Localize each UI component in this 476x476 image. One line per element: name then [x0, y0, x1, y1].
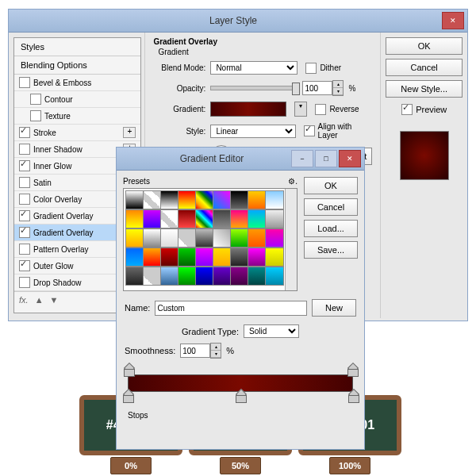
effect-checkbox[interactable] [19, 244, 30, 255]
preset-swatch[interactable] [195, 190, 214, 209]
add-icon[interactable]: + [123, 127, 136, 138]
opacity-stop-right[interactable] [347, 364, 357, 375]
ge-minimize-button[interactable]: − [291, 150, 313, 167]
presets-scrollbar[interactable] [285, 189, 297, 290]
gear-icon[interactable]: ⚙. [288, 177, 298, 186]
opacity-slider[interactable] [210, 86, 298, 90]
preset-swatch[interactable] [230, 190, 249, 209]
preset-swatch[interactable] [160, 267, 179, 286]
preset-swatch[interactable] [248, 228, 267, 248]
preset-swatch[interactable] [265, 228, 284, 248]
effect-row[interactable]: Bevel & Emboss [14, 75, 140, 91]
preset-swatch[interactable] [143, 190, 162, 209]
preset-swatch[interactable] [265, 267, 284, 286]
preset-swatch[interactable] [125, 267, 144, 286]
opacity-input[interactable] [302, 81, 332, 95]
ge-load-button[interactable]: Load... [304, 220, 358, 237]
color-stop-100[interactable] [348, 390, 358, 401]
preset-swatch[interactable] [248, 190, 267, 209]
preset-swatch[interactable] [160, 209, 179, 228]
preset-swatch[interactable] [230, 267, 249, 286]
effect-checkbox[interactable] [19, 277, 30, 288]
effect-checkbox[interactable] [30, 94, 41, 105]
preset-swatch[interactable] [143, 228, 162, 248]
preset-swatch[interactable] [248, 209, 267, 228]
effect-checkbox[interactable] [19, 260, 30, 271]
smoothness-input[interactable] [180, 344, 210, 358]
preset-swatch[interactable] [213, 248, 232, 267]
color-stop-0[interactable] [123, 390, 132, 401]
effect-checkbox[interactable] [19, 194, 30, 205]
preset-swatch[interactable] [178, 248, 197, 267]
preset-swatch[interactable] [178, 267, 197, 286]
preset-swatch[interactable] [160, 228, 179, 248]
blend-mode-select[interactable]: Normal [210, 61, 298, 75]
effect-checkbox[interactable] [19, 144, 30, 155]
preset-swatch[interactable] [195, 209, 214, 228]
preset-swatch[interactable] [213, 190, 232, 209]
preset-swatch[interactable] [230, 248, 249, 267]
ge-ok-button[interactable]: OK [304, 177, 358, 194]
preset-swatch[interactable] [178, 209, 197, 228]
name-input[interactable] [155, 301, 307, 316]
preset-swatch[interactable] [143, 267, 162, 286]
preset-swatch[interactable] [125, 190, 144, 209]
effect-row[interactable]: Stroke+ [14, 125, 140, 141]
gradient-type-select[interactable]: Solid [244, 324, 299, 338]
preset-swatch[interactable] [195, 267, 214, 286]
style-select[interactable]: Linear [210, 125, 296, 138]
preset-swatch[interactable] [125, 248, 144, 267]
preset-swatch[interactable] [213, 267, 232, 286]
effect-row[interactable]: Texture [14, 108, 140, 125]
ok-button[interactable]: OK [386, 37, 463, 55]
blending-options[interactable]: Blending Options [14, 56, 140, 75]
preset-swatch[interactable] [213, 228, 232, 248]
reverse-checkbox[interactable]: Reverse [315, 104, 359, 115]
effect-checkbox[interactable] [19, 127, 30, 138]
fx-icon[interactable]: fx. [19, 295, 29, 305]
effect-checkbox[interactable] [19, 160, 30, 171]
styles-heading[interactable]: Styles [14, 38, 140, 56]
preset-swatch[interactable] [248, 267, 267, 286]
preset-swatch[interactable] [143, 248, 162, 267]
preset-swatch[interactable] [160, 248, 179, 267]
preset-swatch[interactable] [265, 248, 284, 267]
opacity-stop-left[interactable] [124, 364, 133, 375]
preset-swatch[interactable] [125, 228, 144, 248]
effect-checkbox[interactable] [19, 177, 30, 188]
preset-swatch[interactable] [195, 228, 214, 248]
align-checkbox[interactable]: Align with Layer [304, 122, 372, 140]
down-icon[interactable]: ▼ [50, 295, 59, 305]
ge-close-button[interactable]: ✕ [339, 150, 361, 167]
preset-swatch[interactable] [178, 228, 197, 248]
ge-maximize-button[interactable]: □ [315, 150, 337, 167]
gradient-dropdown[interactable]: ▾ [294, 102, 307, 117]
preset-swatch[interactable] [265, 209, 284, 228]
effect-checkbox[interactable] [30, 110, 41, 121]
ge-cancel-button[interactable]: Cancel [304, 198, 358, 216]
preset-swatch[interactable] [230, 228, 249, 248]
preset-swatch[interactable] [143, 209, 162, 228]
new-style-button[interactable]: New Style... [386, 80, 463, 98]
dither-checkbox[interactable]: Dither [305, 63, 341, 74]
new-button[interactable]: New [312, 299, 356, 317]
effect-checkbox[interactable] [19, 227, 30, 238]
gradient-picker[interactable] [210, 102, 286, 117]
effect-row[interactable]: Contour [14, 91, 140, 108]
close-button[interactable]: ✕ [442, 12, 464, 29]
smoothness-stepper[interactable]: ▴▾ [210, 343, 221, 359]
preset-swatch[interactable] [213, 209, 232, 228]
preset-swatch[interactable] [248, 248, 267, 267]
preview-checkbox[interactable]: Preview [386, 104, 463, 115]
preset-swatch[interactable] [195, 248, 214, 267]
opacity-stepper[interactable]: ▴▾ [332, 80, 344, 96]
preset-swatch[interactable] [178, 190, 197, 209]
presets-grid[interactable] [123, 188, 298, 291]
ge-save-button[interactable]: Save... [304, 241, 358, 259]
up-icon[interactable]: ▲ [35, 295, 44, 305]
preset-swatch[interactable] [160, 190, 179, 209]
preset-swatch[interactable] [265, 190, 284, 209]
preset-swatch[interactable] [230, 209, 249, 228]
effect-checkbox[interactable] [19, 77, 30, 88]
preset-swatch[interactable] [125, 209, 144, 228]
